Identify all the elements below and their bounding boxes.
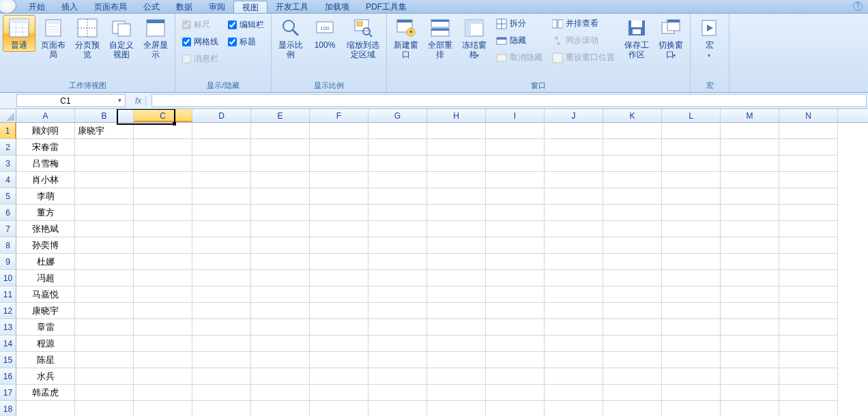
cell-M4[interactable] xyxy=(721,172,779,188)
freeze-panes-button[interactable]: 冻结窗格▾ xyxy=(458,15,491,63)
cell-K11[interactable] xyxy=(603,286,662,303)
cell-J18[interactable] xyxy=(545,401,603,416)
cell-E10[interactable] xyxy=(251,270,310,286)
cell-B4[interactable] xyxy=(75,172,134,188)
row-header-4[interactable]: 4 xyxy=(0,172,16,188)
cell-J2[interactable] xyxy=(545,139,603,155)
cell-F11[interactable] xyxy=(310,286,368,303)
cell-G16[interactable] xyxy=(368,368,427,385)
cell-E18[interactable] xyxy=(251,401,310,416)
cell-M16[interactable] xyxy=(721,368,779,385)
cell-D18[interactable] xyxy=(192,401,251,416)
cell-N14[interactable] xyxy=(779,336,838,352)
cell-D7[interactable] xyxy=(192,221,251,237)
cell-D17[interactable] xyxy=(192,385,251,401)
cell-F10[interactable] xyxy=(310,270,368,286)
help-icon[interactable]: ? xyxy=(853,1,863,11)
cell-A10[interactable]: 冯超 xyxy=(16,270,75,286)
cell-F16[interactable] xyxy=(310,368,368,385)
select-all-corner[interactable] xyxy=(0,109,16,123)
cell-E2[interactable] xyxy=(251,139,310,155)
cell-M14[interactable] xyxy=(721,336,779,352)
cell-K4[interactable] xyxy=(603,172,662,188)
cell-F5[interactable] xyxy=(310,188,368,205)
cell-H11[interactable] xyxy=(427,286,486,303)
cell-A3[interactable]: 吕雪梅 xyxy=(16,155,75,172)
cell-I13[interactable] xyxy=(486,319,545,336)
cell-M12[interactable] xyxy=(721,303,779,319)
row-header-12[interactable]: 12 xyxy=(0,303,16,319)
cell-D5[interactable] xyxy=(192,188,251,205)
row-header-15[interactable]: 15 xyxy=(0,352,16,368)
cell-G11[interactable] xyxy=(368,286,427,303)
row-header-7[interactable]: 7 xyxy=(0,221,16,237)
cell-C5[interactable] xyxy=(134,188,192,205)
cell-B11[interactable] xyxy=(75,286,134,303)
cell-M17[interactable] xyxy=(721,385,779,401)
cell-G12[interactable] xyxy=(368,303,427,319)
formula-input[interactable] xyxy=(151,94,867,107)
cell-H8[interactable] xyxy=(427,237,486,254)
cell-F2[interactable] xyxy=(310,139,368,155)
cell-M9[interactable] xyxy=(721,254,779,270)
cell-L12[interactable] xyxy=(662,303,721,319)
cell-H14[interactable] xyxy=(427,336,486,352)
cell-L3[interactable] xyxy=(662,155,721,172)
row-header-1[interactable]: 1 xyxy=(0,123,16,139)
cell-L6[interactable] xyxy=(662,205,721,221)
cell-F17[interactable] xyxy=(310,385,368,401)
cell-J3[interactable] xyxy=(545,155,603,172)
cell-B18[interactable] xyxy=(75,401,134,416)
cell-K13[interactable] xyxy=(603,319,662,336)
cell-A17[interactable]: 韩孟虎 xyxy=(16,385,75,401)
tab-1[interactable]: 插入 xyxy=(53,1,86,13)
cell-B15[interactable] xyxy=(75,352,134,368)
cell-A11[interactable]: 马嘉悦 xyxy=(16,286,75,303)
cell-E17[interactable] xyxy=(251,385,310,401)
cell-I15[interactable] xyxy=(486,352,545,368)
cell-H7[interactable] xyxy=(427,221,486,237)
cell-I11[interactable] xyxy=(486,286,545,303)
cell-K7[interactable] xyxy=(603,221,662,237)
cell-M15[interactable] xyxy=(721,352,779,368)
cell-L18[interactable] xyxy=(662,401,721,416)
cell-E11[interactable] xyxy=(251,286,310,303)
cell-F9[interactable] xyxy=(310,254,368,270)
cell-C7[interactable] xyxy=(134,221,192,237)
cell-D11[interactable] xyxy=(192,286,251,303)
cell-K17[interactable] xyxy=(603,385,662,401)
cell-J10[interactable] xyxy=(545,270,603,286)
cell-E16[interactable] xyxy=(251,368,310,385)
cell-A15[interactable]: 陈星 xyxy=(16,352,75,368)
cell-K16[interactable] xyxy=(603,368,662,385)
cell-N6[interactable] xyxy=(779,205,838,221)
cell-E15[interactable] xyxy=(251,352,310,368)
cell-A16[interactable]: 水兵 xyxy=(16,368,75,385)
cell-N10[interactable] xyxy=(779,270,838,286)
cell-G13[interactable] xyxy=(368,319,427,336)
cell-L2[interactable] xyxy=(662,139,721,155)
col-header-C[interactable]: C xyxy=(134,109,192,122)
row-header-3[interactable]: 3 xyxy=(0,155,16,172)
cell-C17[interactable] xyxy=(134,385,192,401)
cell-C12[interactable] xyxy=(134,303,192,319)
cell-C3[interactable] xyxy=(134,155,192,172)
cell-N18[interactable] xyxy=(779,401,838,416)
cell-G6[interactable] xyxy=(368,205,427,221)
cell-D8[interactable] xyxy=(192,237,251,254)
cell-I9[interactable] xyxy=(486,254,545,270)
cell-A18[interactable] xyxy=(16,401,75,416)
cell-D3[interactable] xyxy=(192,155,251,172)
cell-K9[interactable] xyxy=(603,254,662,270)
cell-N1[interactable] xyxy=(779,123,838,139)
cell-I16[interactable] xyxy=(486,368,545,385)
cell-J12[interactable] xyxy=(545,303,603,319)
cell-B10[interactable] xyxy=(75,270,134,286)
cell-H12[interactable] xyxy=(427,303,486,319)
cell-I10[interactable] xyxy=(486,270,545,286)
cell-H15[interactable] xyxy=(427,352,486,368)
cell-B14[interactable] xyxy=(75,336,134,352)
cell-J1[interactable] xyxy=(545,123,603,139)
row-header-9[interactable]: 9 xyxy=(0,254,16,270)
cell-B7[interactable] xyxy=(75,221,134,237)
